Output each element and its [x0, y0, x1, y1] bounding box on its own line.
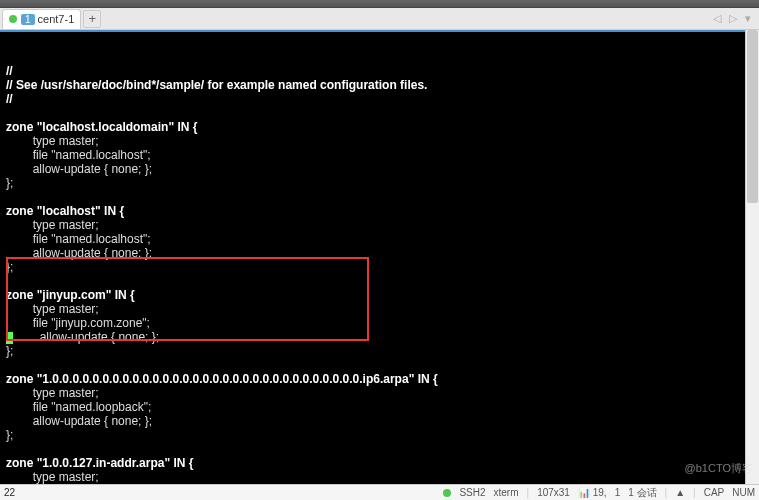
tab-bar: 1 cent7-1 + ◁ ▷ ▾ — [0, 8, 759, 30]
status-sessions: 1 会话 — [628, 486, 656, 500]
tab-title: cent7-1 — [38, 13, 75, 25]
status-cap: CAP — [704, 487, 725, 498]
tab-prev-icon[interactable]: ◁ — [711, 12, 723, 25]
scroll-thumb[interactable] — [747, 30, 758, 203]
terminal-line: allow-update { none; }; — [6, 246, 753, 260]
terminal-line: // — [6, 92, 753, 106]
terminal-line: type master; — [6, 218, 753, 232]
status-left: 22 — [4, 487, 15, 498]
terminal-line: // See /usr/share/doc/bind*/sample/ for … — [6, 78, 753, 92]
terminal-line — [6, 442, 753, 456]
separator-icon: | — [665, 487, 668, 498]
tab-menu-icon[interactable]: ▾ — [743, 12, 753, 25]
tab-number: 1 — [21, 14, 35, 25]
terminal-line: type master; — [6, 134, 753, 148]
status-dot-icon — [9, 15, 17, 23]
terminal-line: }; — [6, 176, 753, 190]
status-right: SSH2 xterm | 107x31 📊 19, 1 1 会话 | ▲ | C… — [443, 486, 755, 500]
status-chevron-icon[interactable]: ▲ — [675, 487, 685, 498]
terminal-line: }; — [6, 344, 753, 358]
terminal-line: zone "1.0.0.0.0.0.0.0.0.0.0.0.0.0.0.0.0.… — [6, 372, 753, 386]
terminal-line: type master; — [6, 386, 753, 400]
status-num: NUM — [732, 487, 755, 498]
terminal-line: zone "1.0.0.127.in-addr.arpa" IN { — [6, 456, 753, 470]
terminal-line: allow-update { none; }; — [6, 414, 753, 428]
terminal-line: zone "localhost.localdomain" IN { — [6, 120, 753, 134]
add-tab-button[interactable]: + — [83, 10, 101, 28]
terminal-line — [6, 358, 753, 372]
tab-next-icon[interactable]: ▷ — [727, 12, 739, 25]
terminal-line: allow-update { none; }; — [6, 330, 753, 344]
separator-icon: | — [527, 487, 530, 498]
terminal-line: }; — [6, 260, 753, 274]
terminal-line — [6, 274, 753, 288]
tab-nav: ◁ ▷ ▾ — [711, 12, 757, 25]
terminal-line: allow-update { none; }; — [6, 162, 753, 176]
status-bar: 22 SSH2 xterm | 107x31 📊 19, 1 1 会话 | ▲ … — [0, 484, 759, 500]
status-size: 107x31 — [537, 487, 570, 498]
terminal-line: type master; — [6, 470, 753, 484]
terminal-line: // — [6, 64, 753, 78]
terminal-line: zone "jinyup.com" IN { — [6, 288, 753, 302]
terminal-line: file "named.localhost"; — [6, 232, 753, 246]
status-rows: 📊 19, — [578, 487, 607, 498]
vertical-scrollbar[interactable] — [745, 30, 759, 484]
status-rows2: 1 — [615, 487, 621, 498]
status-term: xterm — [494, 487, 519, 498]
status-ssh: SSH2 — [459, 487, 485, 498]
terminal-line: file "named.loopback"; — [6, 400, 753, 414]
terminal-line: file "named.localhost"; — [6, 148, 753, 162]
connection-dot-icon — [443, 489, 451, 497]
terminal-line: type master; — [6, 302, 753, 316]
separator-icon: | — [693, 487, 696, 498]
terminal-line — [6, 106, 753, 120]
terminal-line — [6, 190, 753, 204]
window-titlebar — [0, 0, 759, 8]
terminal-line: zone "localhost" IN { — [6, 204, 753, 218]
terminal-line: file "jinyup.com.zone"; — [6, 316, 753, 330]
session-tab[interactable]: 1 cent7-1 — [2, 9, 81, 29]
terminal-line: }; — [6, 428, 753, 442]
terminal-view[interactable]: //// See /usr/share/doc/bind*/sample/ fo… — [0, 30, 759, 484]
